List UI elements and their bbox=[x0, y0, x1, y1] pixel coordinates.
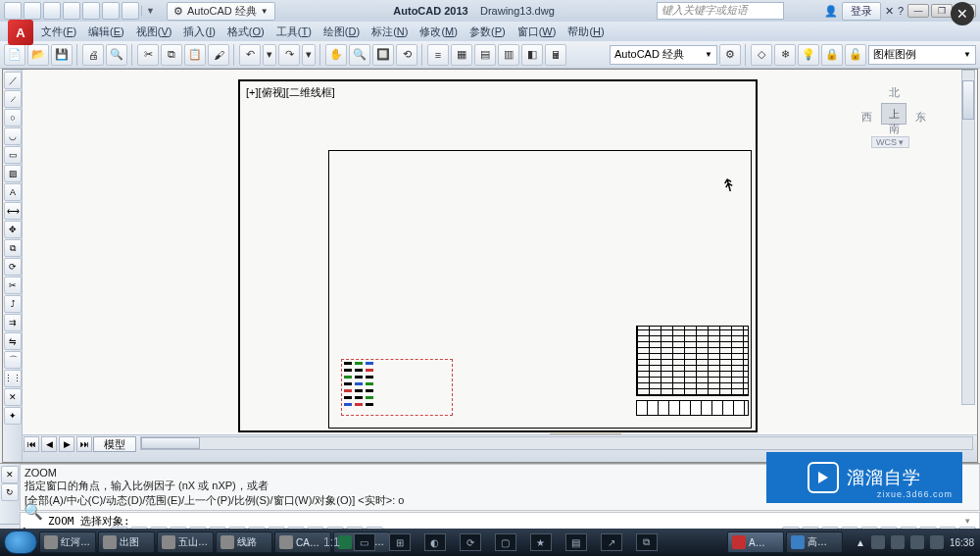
viewcube-west[interactable]: 西 bbox=[861, 110, 872, 125]
taskbar-item[interactable]: 红河… bbox=[39, 531, 96, 553]
save-file-icon[interactable]: 💾 bbox=[51, 44, 73, 66]
taskbar-item[interactable]: 出图 bbox=[98, 531, 155, 553]
plot-icon[interactable]: 🖨 bbox=[82, 44, 104, 66]
redo-icon[interactable] bbox=[122, 2, 139, 20]
zoom-window-icon[interactable]: 🔲 bbox=[372, 44, 394, 66]
save-icon[interactable] bbox=[43, 2, 61, 20]
layer-unlock-icon[interactable]: 🔓 bbox=[845, 44, 866, 66]
copy-icon[interactable]: ⧉ bbox=[161, 44, 182, 66]
panel-combo[interactable]: 图框图例▼ bbox=[868, 45, 976, 65]
pan-icon[interactable]: ✋ bbox=[325, 44, 347, 66]
quickcalc-icon[interactable]: 🖩 bbox=[545, 44, 566, 66]
drawing-canvas[interactable]: [+][俯视][二维线框] ↟ bbox=[23, 70, 977, 432]
network-icon[interactable] bbox=[910, 535, 924, 549]
menu-draw[interactable]: 绘图(D) bbox=[318, 23, 366, 41]
minimize-button[interactable]: — bbox=[907, 4, 929, 18]
undo-icon[interactable] bbox=[102, 2, 120, 20]
exchange-icon[interactable]: ✕ bbox=[885, 5, 894, 18]
layer-lock-icon[interactable]: 🔒 bbox=[821, 44, 843, 66]
vertical-scrollbar[interactable] bbox=[961, 70, 975, 405]
taskbar-item-active[interactable]: A… bbox=[727, 531, 784, 553]
tab-first-icon[interactable]: ⏮ bbox=[24, 436, 39, 452]
design-center-icon[interactable]: ▦ bbox=[451, 44, 472, 66]
search-input[interactable]: 键入关键字或短语 bbox=[657, 2, 784, 20]
tab-model[interactable]: 模型 bbox=[93, 436, 136, 452]
tab-prev-icon[interactable]: ◀ bbox=[41, 436, 57, 452]
rotate-icon[interactable]: ⟳ bbox=[4, 258, 22, 276]
taskbar-item[interactable]: 高… bbox=[786, 531, 843, 553]
start-button[interactable] bbox=[4, 531, 37, 554]
new-icon[interactable] bbox=[4, 2, 22, 20]
overlay-close-icon[interactable]: ✕ bbox=[951, 2, 974, 25]
mirror-icon[interactable]: ⇋ bbox=[4, 332, 22, 350]
restore-button[interactable]: ❐ bbox=[931, 4, 953, 18]
tray-expand-icon[interactable]: ▲ bbox=[856, 537, 865, 548]
open-icon[interactable] bbox=[24, 2, 41, 20]
tb-icon[interactable]: ◐ bbox=[424, 533, 446, 551]
horizontal-scrollbar[interactable] bbox=[140, 436, 973, 450]
circle-icon[interactable]: ○ bbox=[4, 109, 22, 126]
menu-window[interactable]: 窗口(W) bbox=[512, 23, 563, 41]
tab-next-icon[interactable]: ▶ bbox=[59, 436, 74, 452]
explode-icon[interactable]: ✦ bbox=[4, 407, 22, 425]
offset-icon[interactable]: ⇉ bbox=[4, 314, 22, 331]
scrollbar-thumb[interactable] bbox=[141, 437, 200, 449]
viewcube-east[interactable]: 东 bbox=[915, 110, 926, 125]
tb-icon[interactable]: ▤ bbox=[565, 533, 587, 551]
help-icon[interactable]: ? bbox=[898, 5, 904, 17]
workspace-settings-icon[interactable]: ⚙ bbox=[719, 44, 741, 66]
taskbar-item[interactable]: 线路 bbox=[216, 531, 272, 553]
menu-modify[interactable]: 修改(M) bbox=[414, 23, 464, 41]
saveas-icon[interactable] bbox=[63, 2, 80, 20]
copy-obj-icon[interactable]: ⧉ bbox=[4, 239, 22, 257]
menu-format[interactable]: 格式(O) bbox=[221, 23, 270, 41]
command-dropdown-icon[interactable]: ▾ bbox=[965, 516, 979, 526]
tb-icon[interactable]: ⊞ bbox=[389, 533, 411, 551]
sheet-set-icon[interactable]: ▥ bbox=[498, 44, 519, 66]
volume-icon[interactable] bbox=[891, 535, 905, 549]
tb-icon[interactable]: ★ bbox=[530, 533, 552, 551]
tb-icon[interactable]: ▢ bbox=[495, 533, 516, 551]
menu-dimension[interactable]: 标注(N) bbox=[366, 23, 414, 41]
cmd-recent-icon[interactable]: ↻ bbox=[1, 483, 19, 501]
login-button[interactable]: 登录 bbox=[842, 2, 881, 21]
user-icon[interactable]: 👤 bbox=[824, 5, 838, 18]
menu-insert[interactable]: 插入(I) bbox=[177, 23, 220, 41]
extend-icon[interactable]: ⤴ bbox=[4, 295, 22, 313]
hatch-icon[interactable]: ▨ bbox=[4, 165, 22, 182]
scrollbar-thumb[interactable] bbox=[962, 80, 974, 120]
workspace-combo[interactable]: AutoCAD 经典▼ bbox=[610, 45, 717, 65]
array-icon[interactable]: ⋮⋮ bbox=[4, 370, 22, 387]
menu-parametric[interactable]: 参数(P) bbox=[464, 23, 512, 41]
command-handle[interactable]: ✕ ↻ bbox=[0, 464, 20, 524]
tab-last-icon[interactable]: ⏭ bbox=[76, 436, 92, 452]
text-icon[interactable]: A bbox=[4, 183, 22, 201]
viewcube-south[interactable]: 南 bbox=[889, 122, 900, 136]
trim-icon[interactable]: ✂ bbox=[4, 277, 22, 294]
tb-icon[interactable]: ↗ bbox=[601, 533, 622, 551]
erase-icon[interactable]: ✕ bbox=[4, 388, 22, 406]
plot-preview-icon[interactable]: 🔍 bbox=[106, 44, 127, 66]
polyline-icon[interactable]: ⟋ bbox=[4, 90, 22, 108]
line-icon[interactable]: ／ bbox=[4, 72, 22, 89]
tb-icon[interactable]: ⧉ bbox=[636, 533, 658, 551]
layer-off-icon[interactable]: 💡 bbox=[798, 44, 819, 66]
zoom-realtime-icon[interactable]: 🔍 bbox=[349, 44, 370, 66]
workspace-selector[interactable]: ⚙ AutoCAD 经典 ▼ bbox=[167, 2, 275, 21]
tb-icon[interactable]: ▭ bbox=[354, 533, 375, 551]
new-file-icon[interactable]: 📄 bbox=[4, 44, 25, 66]
rectangle-icon[interactable]: ▭ bbox=[4, 146, 22, 164]
autocad-logo-icon[interactable]: A bbox=[8, 20, 33, 45]
menu-help[interactable]: 帮助(H) bbox=[562, 23, 610, 41]
viewcube-wcs[interactable]: WCS ▾ bbox=[871, 136, 909, 148]
cut-icon[interactable]: ✂ bbox=[137, 44, 159, 66]
view-cube[interactable]: 北 西 上 东 南 WCS ▾ bbox=[859, 85, 928, 154]
dimension-icon[interactable]: ⟷ bbox=[4, 202, 22, 220]
tray-icon[interactable] bbox=[871, 535, 885, 549]
tb-icon[interactable]: ⟳ bbox=[460, 533, 481, 551]
move-icon[interactable]: ✥ bbox=[4, 221, 22, 238]
open-file-icon[interactable]: 📂 bbox=[27, 44, 49, 66]
layer-freeze-icon[interactable]: ❄ bbox=[774, 44, 796, 66]
tool-palettes-icon[interactable]: ▤ bbox=[474, 44, 496, 66]
viewcube-north[interactable]: 北 bbox=[889, 85, 900, 100]
